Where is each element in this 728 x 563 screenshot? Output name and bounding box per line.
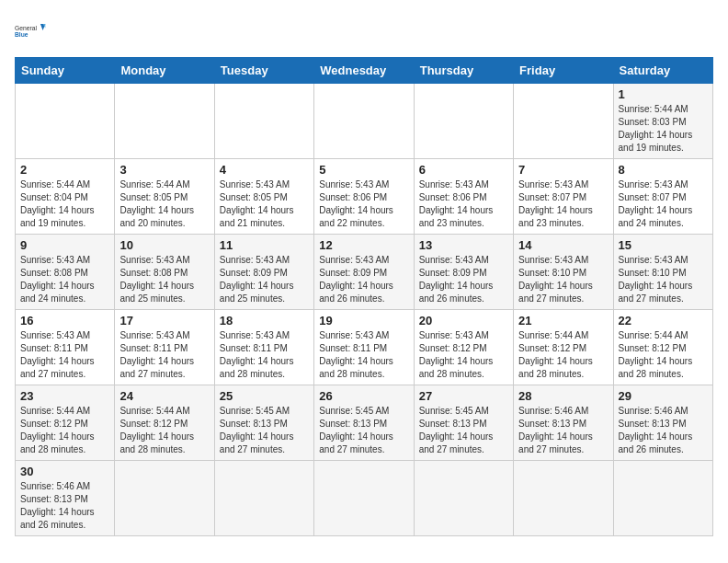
calendar-cell: 28Sunrise: 5:46 AM Sunset: 8:13 PM Dayli… <box>514 385 613 461</box>
day-number: 2 <box>20 163 109 177</box>
day-number: 9 <box>20 238 109 252</box>
weekday-header-monday: Monday <box>115 58 214 84</box>
day-info: Sunrise: 5:44 AM Sunset: 8:05 PM Dayligh… <box>119 178 209 230</box>
day-number: 1 <box>619 87 708 101</box>
svg-text:General: General <box>15 25 38 31</box>
day-number: 3 <box>119 163 209 177</box>
calendar-cell <box>414 84 513 159</box>
calendar-cell <box>514 461 613 536</box>
calendar-cell <box>414 461 513 536</box>
calendar-cell: 16Sunrise: 5:43 AM Sunset: 8:11 PM Dayli… <box>16 310 115 385</box>
day-info: Sunrise: 5:43 AM Sunset: 8:05 PM Dayligh… <box>220 178 309 230</box>
weekday-header-row: SundayMondayTuesdayWednesdayThursdayFrid… <box>16 58 713 84</box>
day-info: Sunrise: 5:43 AM Sunset: 8:07 PM Dayligh… <box>518 178 608 230</box>
day-info: Sunrise: 5:43 AM Sunset: 8:11 PM Dayligh… <box>20 329 109 381</box>
calendar-cell: 7Sunrise: 5:43 AM Sunset: 8:07 PM Daylig… <box>514 159 613 235</box>
page-header: GeneralBlue <box>15 15 713 48</box>
calendar-cell: 24Sunrise: 5:44 AM Sunset: 8:12 PM Dayli… <box>115 385 214 461</box>
day-number: 19 <box>319 314 408 327</box>
weekday-header-sunday: Sunday <box>16 58 115 84</box>
day-number: 25 <box>220 389 309 403</box>
calendar-week-4: 16Sunrise: 5:43 AM Sunset: 8:11 PM Dayli… <box>16 310 713 385</box>
day-number: 14 <box>518 238 608 252</box>
calendar-cell: 2Sunrise: 5:44 AM Sunset: 8:04 PM Daylig… <box>16 159 115 235</box>
calendar-cell: 1Sunrise: 5:44 AM Sunset: 8:03 PM Daylig… <box>613 84 712 159</box>
calendar-cell: 3Sunrise: 5:44 AM Sunset: 8:05 PM Daylig… <box>115 159 214 235</box>
day-number: 7 <box>518 163 608 177</box>
day-info: Sunrise: 5:43 AM Sunset: 8:08 PM Dayligh… <box>119 254 209 305</box>
calendar-cell: 30Sunrise: 5:46 AM Sunset: 8:13 PM Dayli… <box>16 461 115 536</box>
day-info: Sunrise: 5:43 AM Sunset: 8:12 PM Dayligh… <box>419 329 508 381</box>
day-info: Sunrise: 5:46 AM Sunset: 8:13 PM Dayligh… <box>518 405 608 456</box>
logo-icon: GeneralBlue <box>15 15 48 48</box>
calendar-week-3: 9Sunrise: 5:43 AM Sunset: 8:08 PM Daylig… <box>16 235 713 310</box>
calendar-cell: 8Sunrise: 5:43 AM Sunset: 8:07 PM Daylig… <box>613 159 712 235</box>
weekday-header-wednesday: Wednesday <box>314 58 414 84</box>
calendar-cell: 4Sunrise: 5:43 AM Sunset: 8:05 PM Daylig… <box>214 159 313 235</box>
day-number: 13 <box>419 238 508 252</box>
calendar-cell <box>214 461 313 536</box>
calendar-week-5: 23Sunrise: 5:44 AM Sunset: 8:12 PM Dayli… <box>16 385 713 461</box>
calendar-cell: 18Sunrise: 5:43 AM Sunset: 8:11 PM Dayli… <box>214 310 313 385</box>
calendar-cell: 12Sunrise: 5:43 AM Sunset: 8:09 PM Dayli… <box>314 235 414 310</box>
calendar-header: SundayMondayTuesdayWednesdayThursdayFrid… <box>16 58 713 84</box>
day-info: Sunrise: 5:46 AM Sunset: 8:13 PM Dayligh… <box>619 405 708 456</box>
day-number: 15 <box>619 238 708 252</box>
day-info: Sunrise: 5:44 AM Sunset: 8:12 PM Dayligh… <box>20 405 109 456</box>
calendar-cell: 27Sunrise: 5:45 AM Sunset: 8:13 PM Dayli… <box>414 385 513 461</box>
day-info: Sunrise: 5:44 AM Sunset: 8:03 PM Dayligh… <box>619 103 708 155</box>
day-info: Sunrise: 5:43 AM Sunset: 8:10 PM Dayligh… <box>518 254 608 305</box>
day-number: 17 <box>119 314 209 327</box>
calendar-cell: 15Sunrise: 5:43 AM Sunset: 8:10 PM Dayli… <box>613 235 712 310</box>
calendar-cell: 22Sunrise: 5:44 AM Sunset: 8:12 PM Dayli… <box>613 310 712 385</box>
day-number: 22 <box>619 314 708 327</box>
calendar-cell <box>214 84 313 159</box>
day-number: 8 <box>619 163 708 177</box>
weekday-header-friday: Friday <box>514 58 613 84</box>
day-info: Sunrise: 5:43 AM Sunset: 8:11 PM Dayligh… <box>220 329 309 381</box>
day-number: 16 <box>20 314 109 327</box>
day-number: 4 <box>220 163 309 177</box>
calendar-cell: 9Sunrise: 5:43 AM Sunset: 8:08 PM Daylig… <box>16 235 115 310</box>
weekday-header-tuesday: Tuesday <box>214 58 313 84</box>
calendar-cell: 17Sunrise: 5:43 AM Sunset: 8:11 PM Dayli… <box>115 310 214 385</box>
day-info: Sunrise: 5:44 AM Sunset: 8:12 PM Dayligh… <box>119 405 209 456</box>
day-info: Sunrise: 5:43 AM Sunset: 8:10 PM Dayligh… <box>619 254 708 305</box>
day-info: Sunrise: 5:45 AM Sunset: 8:13 PM Dayligh… <box>319 405 408 456</box>
weekday-header-thursday: Thursday <box>414 58 513 84</box>
calendar-cell: 21Sunrise: 5:44 AM Sunset: 8:12 PM Dayli… <box>514 310 613 385</box>
weekday-header-saturday: Saturday <box>613 58 712 84</box>
day-number: 21 <box>518 314 608 327</box>
day-number: 11 <box>220 238 309 252</box>
day-number: 30 <box>20 465 109 478</box>
calendar-cell: 25Sunrise: 5:45 AM Sunset: 8:13 PM Dayli… <box>214 385 313 461</box>
day-number: 26 <box>319 389 408 403</box>
day-info: Sunrise: 5:46 AM Sunset: 8:13 PM Dayligh… <box>20 480 109 532</box>
day-number: 5 <box>319 163 408 177</box>
calendar-table: SundayMondayTuesdayWednesdayThursdayFrid… <box>15 57 713 536</box>
calendar-week-1: 1Sunrise: 5:44 AM Sunset: 8:03 PM Daylig… <box>16 84 713 159</box>
day-number: 29 <box>619 389 708 403</box>
calendar-cell: 19Sunrise: 5:43 AM Sunset: 8:11 PM Dayli… <box>314 310 414 385</box>
day-number: 6 <box>419 163 508 177</box>
calendar-cell: 6Sunrise: 5:43 AM Sunset: 8:06 PM Daylig… <box>414 159 513 235</box>
day-info: Sunrise: 5:45 AM Sunset: 8:13 PM Dayligh… <box>220 405 309 456</box>
calendar-cell <box>314 84 414 159</box>
calendar-week-6: 30Sunrise: 5:46 AM Sunset: 8:13 PM Dayli… <box>16 461 713 536</box>
calendar-cell: 11Sunrise: 5:43 AM Sunset: 8:09 PM Dayli… <box>214 235 313 310</box>
svg-text:Blue: Blue <box>15 31 28 38</box>
day-info: Sunrise: 5:43 AM Sunset: 8:06 PM Dayligh… <box>419 178 508 230</box>
calendar-cell: 14Sunrise: 5:43 AM Sunset: 8:10 PM Dayli… <box>514 235 613 310</box>
day-info: Sunrise: 5:43 AM Sunset: 8:09 PM Dayligh… <box>419 254 508 305</box>
day-info: Sunrise: 5:43 AM Sunset: 8:07 PM Dayligh… <box>619 178 708 230</box>
day-info: Sunrise: 5:45 AM Sunset: 8:13 PM Dayligh… <box>419 405 508 456</box>
day-info: Sunrise: 5:43 AM Sunset: 8:11 PM Dayligh… <box>319 329 408 381</box>
day-number: 10 <box>119 238 209 252</box>
calendar-cell <box>514 84 613 159</box>
day-number: 20 <box>419 314 508 327</box>
calendar-cell: 10Sunrise: 5:43 AM Sunset: 8:08 PM Dayli… <box>115 235 214 310</box>
calendar-cell <box>115 461 214 536</box>
day-number: 23 <box>20 389 109 403</box>
day-info: Sunrise: 5:44 AM Sunset: 8:12 PM Dayligh… <box>619 329 708 381</box>
day-info: Sunrise: 5:44 AM Sunset: 8:12 PM Dayligh… <box>518 329 608 381</box>
